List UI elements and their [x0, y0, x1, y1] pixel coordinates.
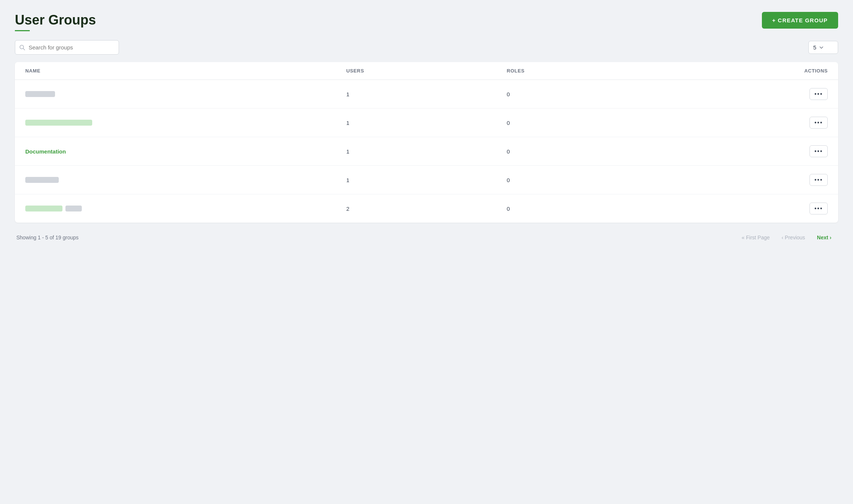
col-header-actions: ACTIONS [667, 68, 828, 74]
name-redacted-green [25, 120, 92, 126]
name-cell [25, 206, 346, 211]
actions-cell: ••• [667, 117, 828, 129]
name-cell: Documentation [25, 148, 346, 155]
page-header: User Groups + CREATE GROUP [15, 12, 838, 31]
actions-cell: ••• [667, 145, 828, 157]
toolbar: 5 [15, 40, 838, 55]
users-count: 1 [346, 177, 507, 183]
page-title: User Groups [15, 12, 96, 28]
name-cell [25, 177, 346, 183]
name-redacted [25, 91, 55, 97]
table-header: NAME USERS ROLES ACTIONS [15, 62, 838, 80]
actions-cell: ••• [667, 174, 828, 186]
actions-cell: ••• [667, 203, 828, 214]
users-count: 1 [346, 91, 507, 97]
more-actions-button[interactable]: ••• [809, 88, 828, 100]
more-actions-button[interactable]: ••• [809, 203, 828, 214]
users-count: 1 [346, 148, 507, 155]
first-page-button[interactable]: « First Page [737, 232, 775, 243]
col-header-roles: ROLES [507, 68, 667, 74]
table-row: 1 0 ••• [15, 166, 838, 194]
roles-count: 0 [507, 206, 667, 212]
col-header-name: NAME [25, 68, 346, 74]
name-redacted [25, 177, 59, 183]
title-underline [15, 30, 30, 31]
roles-count: 0 [507, 177, 667, 183]
name-cell [25, 120, 346, 126]
more-actions-button[interactable]: ••• [809, 117, 828, 129]
create-group-button[interactable]: + CREATE GROUP [762, 12, 838, 29]
col-header-users: USERS [346, 68, 507, 74]
search-container [15, 40, 119, 55]
roles-count: 0 [507, 91, 667, 97]
svg-line-1 [23, 48, 25, 50]
name-redacted-gray2 [65, 206, 82, 211]
pagination-row: Showing 1 - 5 of 19 groups « First Page … [15, 232, 838, 243]
search-icon [19, 45, 25, 51]
table-container: NAME USERS ROLES ACTIONS 1 0 ••• 1 0 •••… [15, 62, 838, 223]
per-page-select[interactable]: 5 [808, 41, 838, 54]
users-count: 1 [346, 120, 507, 126]
table-row: 2 0 ••• [15, 194, 838, 223]
pagination-controls: « First Page ‹ Previous Next › [737, 232, 837, 243]
next-button[interactable]: Next › [812, 232, 837, 243]
group-name-link[interactable]: Documentation [25, 148, 66, 155]
name-cell [25, 91, 346, 97]
roles-count: 0 [507, 148, 667, 155]
previous-button[interactable]: ‹ Previous [776, 232, 810, 243]
showing-text: Showing 1 - 5 of 19 groups [16, 235, 78, 240]
users-count: 2 [346, 206, 507, 212]
roles-count: 0 [507, 120, 667, 126]
per-page-value: 5 [813, 44, 816, 51]
table-row: 1 0 ••• [15, 109, 838, 137]
chevron-down-icon [819, 45, 824, 50]
more-actions-button[interactable]: ••• [809, 145, 828, 157]
name-redacted-green [25, 206, 62, 211]
table-row: Documentation 1 0 ••• [15, 137, 838, 166]
table-row: 1 0 ••• [15, 80, 838, 109]
title-block: User Groups [15, 12, 96, 31]
actions-cell: ••• [667, 88, 828, 100]
more-actions-button[interactable]: ••• [809, 174, 828, 186]
search-input[interactable] [15, 40, 119, 55]
